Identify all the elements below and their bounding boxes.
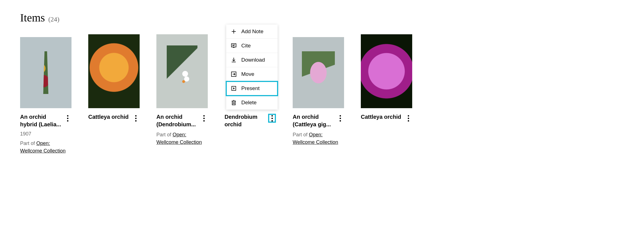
more-actions-button[interactable] [64, 114, 71, 123]
more-actions-button[interactable] [404, 114, 412, 123]
item-card: An orchid (Cattleya gig... Part of Open:… [293, 34, 344, 155]
section-title: Items [20, 11, 45, 24]
context-menu: Add Note Cite Download Move Present [226, 25, 278, 110]
item-title: Cattleya orchid [88, 113, 128, 121]
svg-rect-13 [232, 101, 235, 105]
present-icon [231, 85, 237, 91]
menu-item-download[interactable]: Download [226, 53, 278, 67]
menu-item-label: Present [241, 85, 259, 91]
more-vertical-icon [67, 115, 68, 122]
item-card: Cattleya orchid [361, 34, 412, 155]
more-vertical-icon [203, 115, 205, 122]
item-title: An orchid (Dendrobium... [156, 113, 198, 128]
svg-rect-2 [232, 44, 236, 47]
menu-item-move[interactable]: Move [226, 67, 278, 81]
svg-marker-10 [233, 87, 235, 89]
section-header: Items (24) [20, 11, 624, 24]
section-count: (24) [48, 16, 59, 23]
item-card: An orchid (Dendrobium... Part of Open: W… [156, 34, 208, 155]
menu-item-label: Delete [241, 100, 257, 106]
menu-item-cite[interactable]: Cite [226, 39, 278, 53]
download-icon [231, 57, 237, 63]
items-grid: An orchid hybrid (Laelia... 1907 Part of… [20, 34, 624, 155]
menu-item-present[interactable]: Present [226, 81, 278, 96]
item-thumbnail[interactable] [20, 34, 71, 108]
item-thumbnail[interactable] [293, 34, 344, 108]
item-thumbnail[interactable] [361, 34, 412, 108]
item-card: Cattleya orchid [88, 34, 140, 155]
cite-icon [231, 43, 237, 49]
menu-item-label: Add Note [241, 28, 263, 35]
item-partof: Part of Open: Wellcome Collection [293, 131, 344, 146]
item-title: An orchid (Cattleya gig... [293, 113, 334, 128]
more-vertical-icon [408, 115, 409, 122]
item-thumbnail[interactable] [156, 34, 208, 108]
plus-icon [231, 28, 237, 35]
more-actions-button[interactable] [336, 114, 344, 123]
item-title: Dendrobium orchid [225, 113, 266, 128]
delete-icon [231, 100, 237, 106]
item-card: An orchid hybrid (Laelia... 1907 Part of… [20, 34, 71, 155]
more-vertical-icon [135, 115, 137, 122]
menu-item-label: Cite [241, 43, 251, 49]
menu-item-delete[interactable]: Delete [226, 96, 278, 110]
more-vertical-icon [271, 115, 273, 122]
item-date: 1907 [20, 131, 71, 137]
item-partof: Part of Open: Wellcome Collection [20, 140, 71, 155]
item-thumbnail[interactable] [88, 34, 140, 108]
menu-item-add-note[interactable]: Add Note [226, 25, 278, 39]
more-vertical-icon [340, 115, 341, 122]
more-actions-button[interactable] [268, 114, 276, 123]
more-actions-button[interactable] [132, 114, 140, 123]
item-title: An orchid hybrid (Laelia... [20, 113, 61, 128]
menu-item-label: Move [241, 71, 254, 77]
item-partof: Part of Open: Wellcome Collection [156, 131, 208, 146]
item-title: Cattleya orchid [361, 113, 401, 121]
move-icon [231, 71, 237, 77]
menu-item-label: Download [241, 57, 265, 63]
more-actions-button[interactable] [200, 114, 208, 123]
